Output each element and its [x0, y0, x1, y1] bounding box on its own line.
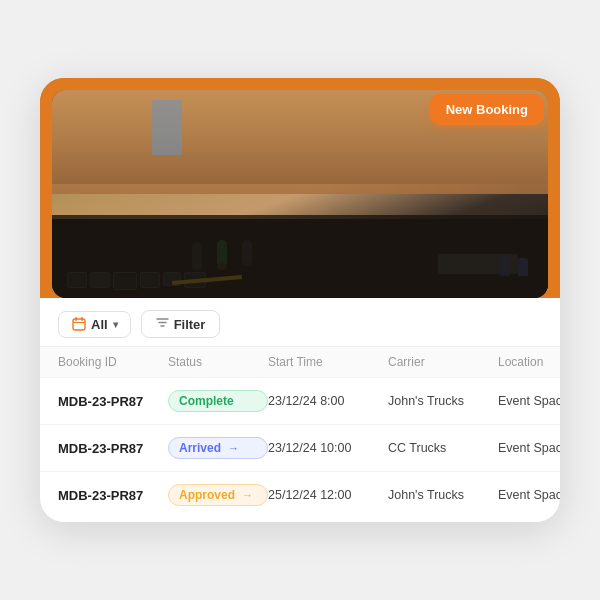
- col-start-time: Start Time: [268, 355, 388, 369]
- svg-rect-0: [73, 319, 85, 330]
- table-row: MDB-23-PR87 Complete 23/12/24 8:00 John'…: [40, 377, 560, 424]
- location-1: Event Space 1: [498, 394, 560, 408]
- booking-id-3: MDB-23-PR87: [58, 488, 168, 503]
- all-label: All: [91, 317, 108, 332]
- arrow-right-icon: →: [228, 442, 239, 454]
- booking-id-1: MDB-23-PR87: [58, 394, 168, 409]
- carrier-2: CC Trucks: [388, 441, 498, 455]
- carrier-1: John's Trucks: [388, 394, 498, 408]
- table-row: MDB-23-PR87 Approved → 25/12/24 12:00 Jo…: [40, 471, 560, 518]
- filter-icon: [156, 316, 169, 332]
- chevron-down-icon: ▾: [113, 319, 118, 330]
- status-badge-approved: Approved →: [168, 484, 268, 506]
- col-carrier: Carrier: [388, 355, 498, 369]
- filter-button[interactable]: Filter: [141, 310, 221, 338]
- calendar-icon: [71, 317, 86, 332]
- status-badge-arrived: Arrived →: [168, 437, 268, 459]
- location-2: Event Space 2: [498, 441, 560, 455]
- col-booking-id: Booking ID: [58, 355, 168, 369]
- start-time-2: 23/12/24 10:00: [268, 441, 388, 455]
- table-header: Booking ID Status Start Time Carrier Loc…: [40, 347, 560, 377]
- main-card: New Booking All ▾: [40, 78, 560, 522]
- status-badge-complete: Complete: [168, 390, 268, 412]
- arrow-right-icon-2: →: [242, 489, 253, 501]
- col-status: Status: [168, 355, 268, 369]
- controls-section: All ▾ Filter: [40, 298, 560, 347]
- image-section: New Booking: [40, 78, 560, 298]
- new-booking-button[interactable]: New Booking: [430, 94, 544, 125]
- table-section: Booking ID Status Start Time Carrier Loc…: [40, 347, 560, 522]
- col-location: Location: [498, 355, 560, 369]
- start-time-3: 25/12/24 12:00: [268, 488, 388, 502]
- filter-label: Filter: [174, 317, 206, 332]
- location-3: Event Space 1: [498, 488, 560, 502]
- start-time-1: 23/12/24 8:00: [268, 394, 388, 408]
- all-filter-button[interactable]: All ▾: [58, 311, 131, 338]
- table-row: MDB-23-PR87 Arrived → 23/12/24 10:00 CC …: [40, 424, 560, 471]
- booking-id-2: MDB-23-PR87: [58, 441, 168, 456]
- carrier-3: John's Trucks: [388, 488, 498, 502]
